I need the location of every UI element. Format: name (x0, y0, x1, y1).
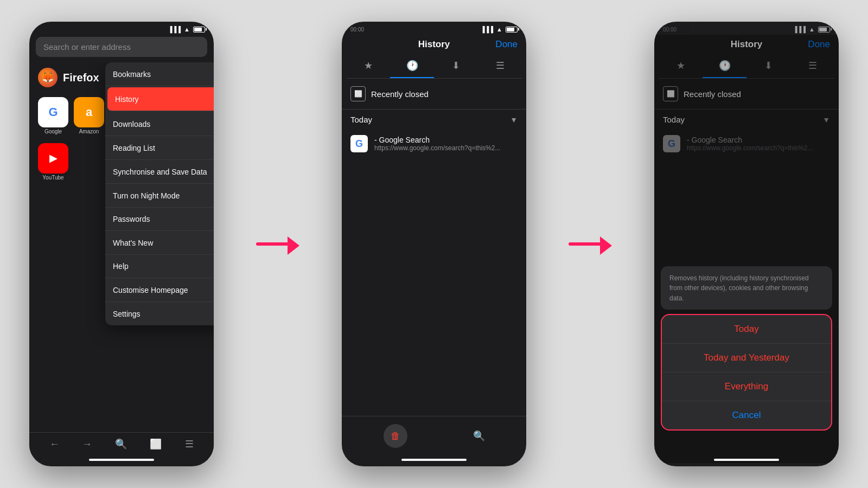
delete-dialog: Removes history (including history synch… (661, 266, 832, 431)
today-label-2: Today (350, 115, 372, 124)
history-content-3: History Done ★ 🕐 ⬇ ☰ ⬜ Recently closed T… (654, 35, 839, 463)
menu-bookmarks[interactable]: Bookmarks ★ (105, 62, 214, 86)
delete-option-today[interactable]: Today (662, 315, 831, 344)
today-section-2: Today ▼ (342, 110, 526, 130)
bookmark-google[interactable]: G Google (38, 97, 68, 134)
recently-closed-2[interactable]: ⬜ Recently closed (342, 79, 526, 110)
menu-customise[interactable]: Customise Homepage ✏ (105, 278, 214, 302)
delete-option-today-yesterday[interactable]: Today and Yesterday (662, 344, 831, 373)
home-indicator-1 (89, 459, 154, 461)
tab-bookmarks-2[interactable]: ★ (346, 54, 390, 78)
history-header-2: History Done (342, 35, 526, 54)
history-title-2: History (418, 39, 450, 50)
menu-passwords[interactable]: Passwords ⚿ (105, 208, 214, 231)
phone1-content: Search or enter address 🦊 Firefox G Goog… (29, 35, 214, 463)
trash-button-2[interactable]: 🗑 (384, 424, 407, 448)
menu-history[interactable]: History 🕐 (107, 87, 214, 111)
signal-icon: ▐▐▐ (168, 26, 181, 33)
forward-icon[interactable]: → (82, 439, 92, 450)
wifi-icon: ▲ (184, 26, 190, 33)
bookmark-youtube[interactable]: ▶ YouTube (38, 143, 68, 181)
bottom-bar-1: ← → 🔍 ⬜ ☰ (29, 432, 214, 455)
history-item-2-0[interactable]: G - Google Search https://www.google.com… (342, 130, 526, 158)
home-indicator-2 (401, 459, 467, 461)
today-chevron-2: ▼ (510, 115, 518, 124)
history-done-2[interactable]: Done (495, 39, 518, 50)
search-bar-placeholder: Search or enter address (43, 42, 131, 52)
tab-history-2[interactable]: 🕐 (390, 54, 434, 78)
menu-help[interactable]: Help ? (105, 255, 214, 278)
signal-2: ▐▐▐ (481, 26, 493, 33)
delete-option-everything[interactable]: Everything (662, 373, 831, 401)
wifi-3: ▲ (809, 26, 815, 33)
search-bar[interactable]: Search or enter address (36, 37, 207, 57)
delete-options: Today Today and Yesterday Everything Can… (661, 314, 832, 431)
history-spacer-2 (342, 158, 526, 416)
wifi-2: ▲ (496, 26, 502, 33)
bookmark-amazon[interactable]: a Amazon (74, 97, 104, 134)
battery-2 (506, 27, 518, 33)
menu-icon[interactable]: ☰ (185, 438, 194, 450)
home-indicator-3 (714, 459, 779, 461)
delete-option-cancel[interactable]: Cancel (662, 401, 831, 429)
amazon-icon: a (74, 97, 104, 127)
signal-3: ▐▐▐ (793, 26, 806, 33)
dropdown-menu: Bookmarks ★ History 🕐 Downloads ⬇ Readin… (105, 62, 214, 325)
trash-icon-2: 🗑 (391, 431, 400, 442)
back-icon[interactable]: ← (49, 439, 59, 450)
phone-3: 00:00 ▐▐▐ ▲ History Done ★ 🕐 ⬇ ☰ ⬜ (654, 22, 839, 466)
menu-downloads[interactable]: Downloads ⬇ (105, 112, 214, 136)
phone-2: 00:00 ▐▐▐ ▲ History Done ★ 🕐 ⬇ ☰ ⬜ (342, 22, 526, 466)
menu-settings[interactable]: Settings ⚙ (105, 302, 214, 325)
recently-closed-label-2: Recently closed (371, 89, 429, 99)
firefox-name: Firefox (63, 72, 99, 84)
time-2: 00:00 (350, 27, 364, 33)
google-history-icon-2: G (350, 135, 368, 152)
battery-3 (818, 27, 830, 33)
menu-whats-new[interactable]: What's New 🎁 (105, 231, 214, 255)
battery-icon (193, 27, 205, 33)
youtube-icon: ▶ (38, 143, 68, 174)
firefox-logo: 🦊 (38, 68, 58, 87)
time-3: 00:00 (663, 27, 676, 33)
search-button-2[interactable]: 🔍 (473, 430, 485, 442)
menu-sync[interactable]: Synchronise and Save Data ↻ (105, 160, 214, 184)
recently-closed-icon-2: ⬜ (350, 86, 366, 101)
status-bar-3: 00:00 ▐▐▐ ▲ (654, 22, 839, 35)
scene: ▐▐▐ ▲ Search or enter address 🦊 Firefox … (0, 0, 868, 488)
google-icon: G (38, 97, 68, 127)
phone-1: ▐▐▐ ▲ Search or enter address 🦊 Firefox … (29, 22, 214, 466)
menu-night-mode[interactable]: Turn on Night Mode ☾ (105, 184, 214, 208)
history-item-url-2-0: https://www.google.com/search?q=this%2..… (374, 144, 518, 152)
tab-reading-2[interactable]: ☰ (478, 54, 522, 78)
history-item-title-2-0: - Google Search (374, 136, 518, 144)
history-bottom-2: 🗑 🔍 (342, 416, 526, 455)
status-bar-2: 00:00 ▐▐▐ ▲ (342, 22, 526, 35)
delete-desc-text: Removes history (including history synch… (669, 274, 809, 303)
status-bar-1: ▐▐▐ ▲ (29, 22, 214, 35)
tab-downloads-2[interactable]: ⬇ (434, 54, 478, 78)
tabs-icon[interactable]: ⬜ (150, 438, 162, 450)
menu-reading-list[interactable]: Reading List ☰ (105, 136, 214, 160)
history-content-2: History Done ★ 🕐 ⬇ ☰ ⬜ Recently closed T… (342, 35, 526, 463)
delete-description: Removes history (including history synch… (661, 266, 832, 310)
search-icon[interactable]: 🔍 (115, 438, 127, 450)
tab-bar-2: ★ 🕐 ⬇ ☰ (346, 54, 522, 79)
browser-content: 🦊 Firefox G Google a Amazon (29, 62, 214, 432)
